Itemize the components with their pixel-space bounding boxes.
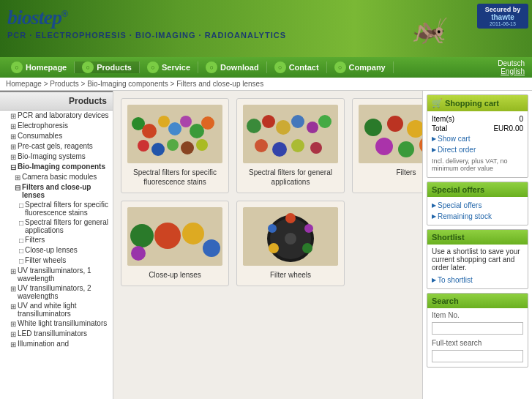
sidebar-item-illumination[interactable]: ⊞ Illumination and: [0, 339, 113, 349]
expand-icon-closeup: □: [19, 247, 23, 255]
svg-point-21: [272, 142, 287, 157]
search-fulltext-input[interactable]: [432, 350, 523, 362]
nav-label-homepage: Homepage: [26, 63, 67, 72]
product-card-closeup[interactable]: Close-up lenses: [121, 201, 229, 286]
special-offers-title: Special offers: [427, 182, 528, 197]
nav-label-company: Company: [349, 63, 386, 72]
nav-icon-company: ○: [334, 61, 346, 73]
nav-item-homepage[interactable]: ○ Homepage: [4, 61, 75, 73]
sidebar-item-consumables[interactable]: ⊞ Consumables: [0, 131, 113, 141]
remaining-stock-link[interactable]: Remaining stock: [432, 211, 523, 222]
product-card-filterwheel[interactable]: Filter wheels: [236, 201, 345, 286]
nav-item-products[interactable]: ○ Products: [75, 61, 140, 73]
sidebar-label-camera: Camera basic modules: [22, 173, 97, 181]
show-cart-link[interactable]: Show cart: [432, 133, 523, 144]
sidebar-label-pcr: PCR and laboratory devices: [18, 111, 109, 119]
expand-icon-wheels: □: [19, 257, 23, 265]
product-svg-2: [243, 105, 338, 163]
nav-item-service[interactable]: ○ Service: [140, 61, 198, 73]
svg-point-29: [375, 138, 393, 155]
product-card-filters[interactable]: Filters: [352, 98, 422, 193]
special-offers-content: Special offers Remaining stock: [427, 197, 528, 225]
sidebar-item-camera[interactable]: ⊞ Camera basic modules: [0, 172, 113, 182]
sidebar-label-spec-gen: Spectral filters for general application…: [25, 218, 109, 234]
svg-point-7: [201, 116, 214, 130]
expand-icon-led: ⊞: [10, 330, 16, 338]
secure-date: 2011-06-13: [481, 21, 525, 26]
expand-icon-camera: ⊞: [15, 174, 20, 182]
expand-icon-wl: ⊞: [10, 320, 16, 328]
special-offers-link[interactable]: Special offers: [432, 200, 523, 211]
sidebar-label-electro: Electrophoresis: [18, 122, 68, 130]
svg-point-4: [168, 122, 181, 135]
sidebar-item-precast[interactable]: ⊞ Pre-cast gels, reagents: [0, 141, 113, 152]
shortlist-widget: Shortlist Use a shortlist to save your c…: [427, 229, 528, 289]
sidebar-item-spectral-specific[interactable]: □ Spectral filters for specific fluoresc…: [0, 200, 113, 217]
header: biostep® PCR · ELECTROPHORESIS · BIO-IMA…: [0, 0, 532, 57]
product-card-spectral-general[interactable]: Spectral filters for general application…: [236, 98, 345, 193]
cart-content: Item(s) 0 Total EUR0.00 Show cart Direct…: [427, 111, 528, 177]
sidebar-label-bio-sys: Bio-Imaging systems: [18, 152, 86, 160]
svg-point-9: [151, 143, 165, 156]
product-img-spectral-specific: [127, 105, 222, 163]
product-img-closeup: [127, 207, 222, 266]
sidebar-item-uv-1wave[interactable]: ⊞ UV transilluminators, 1 wavelength: [0, 266, 113, 283]
svg-point-15: [262, 115, 275, 128]
svg-point-18: [307, 122, 318, 133]
nav-item-company[interactable]: ○ Company: [327, 61, 394, 73]
sidebar-item-led[interactable]: ⊞ LED transilluminators: [0, 329, 113, 339]
svg-point-43: [302, 243, 312, 253]
search-widget: Search Item No. Full-text search: [427, 293, 528, 368]
product-card-spectral-specific[interactable]: Spectral filters for specific fluorescen…: [121, 98, 229, 193]
sidebar-item-filter-wheels[interactable]: □ Filter wheels: [0, 256, 113, 266]
svg-point-25: [364, 119, 382, 136]
svg-point-11: [181, 141, 194, 154]
direct-order-link[interactable]: Direct order: [432, 144, 523, 155]
svg-point-17: [291, 115, 304, 128]
product-img-filterwheel: [243, 207, 338, 266]
sidebar-label-filters: Filters and close-up lenses: [22, 183, 109, 199]
sidebar-item-filters-closeup[interactable]: ⊟ Filters and close-up lenses: [0, 182, 113, 200]
svg-point-19: [318, 115, 331, 128]
sidebar-item-electrophoresis[interactable]: ⊞ Electrophoresis: [0, 121, 113, 131]
expand-icon-spec-gen: □: [19, 219, 23, 227]
sidebar-item-white-light[interactable]: ⊞ White light transilluminators: [0, 318, 113, 329]
sidebar-item-bioimaging-components[interactable]: ⊟ Bio-Imaging components: [0, 162, 113, 172]
svg-point-34: [154, 223, 181, 249]
sidebar-item-uv-white[interactable]: ⊞ UV and white light transilluminators: [0, 301, 113, 318]
secure-title: Secured by: [481, 6, 525, 13]
svg-point-14: [247, 119, 261, 133]
svg-point-16: [276, 120, 291, 135]
to-shortlist-link[interactable]: To shortlist: [432, 275, 523, 286]
header-tagline: PCR · ELECTROPHORESIS · BIO-IMAGING · RA…: [7, 31, 286, 40]
sidebar-item-uv-2wave[interactable]: ⊞ UV transilluminators, 2 wavelengths: [0, 283, 113, 301]
search-item-input[interactable]: [432, 322, 523, 335]
cart-title-label: Shopping cart: [445, 99, 499, 108]
expand-icon-filters: ⊟: [15, 184, 20, 192]
shopping-cart-title: 🛒 Shopping cart: [427, 95, 528, 111]
sidebar-label-uv1: UV transilluminators, 1 wavelength: [18, 266, 109, 283]
sidebar-item-bioimaging-systems[interactable]: ⊞ Bio-Imaging systems: [0, 152, 113, 162]
right-sidebar: 🛒 Shopping cart Item(s) 0 Total EUR0.00 …: [422, 91, 532, 399]
sidebar-label-consumables: Consumables: [18, 132, 62, 140]
svg-point-36: [203, 239, 220, 257]
svg-point-44: [269, 243, 279, 253]
svg-point-30: [398, 141, 414, 157]
sidebar-item-filters-only[interactable]: □ Filters: [0, 235, 113, 245]
lang-english[interactable]: English: [501, 67, 525, 75]
sidebar-item-closeup-lenses[interactable]: □ Close-up lenses: [0, 245, 113, 256]
sidebar-label-bio-comp: Bio-Imaging components: [18, 163, 105, 171]
lang-deutsch[interactable]: Deutsch: [498, 59, 525, 67]
sidebar-item-pcr[interactable]: ⊞ PCR and laboratory devices: [0, 111, 113, 121]
items-count: 0: [519, 115, 523, 123]
product-img-filters: [359, 105, 422, 163]
nav-item-contact[interactable]: ○ Contact: [267, 61, 327, 73]
sidebar-item-spectral-general[interactable]: □ Spectral filters for general applicati…: [0, 217, 113, 235]
secure-service: thawte: [481, 13, 525, 21]
nav-item-download[interactable]: ○ Download: [198, 61, 267, 73]
product-label-filterwheel: Filter wheels: [243, 270, 338, 280]
search-label: Search: [432, 297, 459, 305]
svg-point-26: [387, 116, 403, 132]
svg-point-41: [285, 233, 296, 245]
search-content: Item No. Full-text search: [427, 308, 528, 367]
